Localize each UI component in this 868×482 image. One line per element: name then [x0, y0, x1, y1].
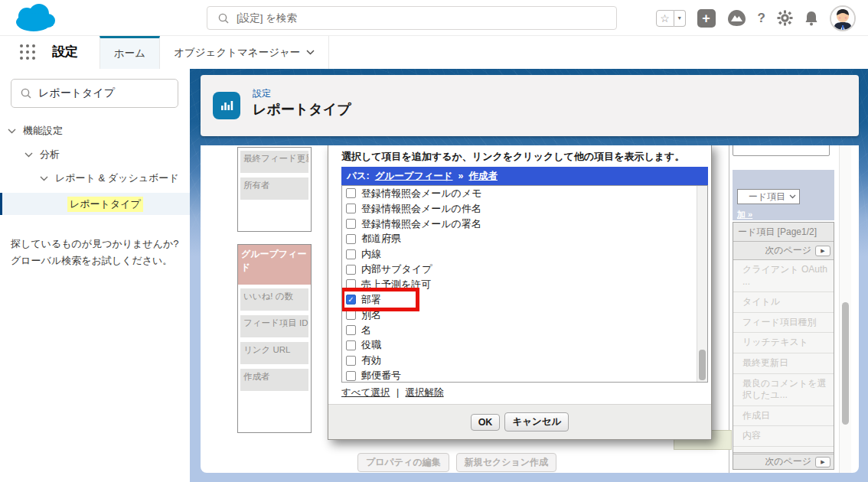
field-label: 有効 — [361, 353, 381, 367]
global-create-button[interactable]: + — [697, 9, 716, 28]
cancel-button[interactable]: キャンセル — [504, 412, 569, 432]
chevron-down-icon — [8, 129, 16, 134]
list-item: リッチテキスト — [733, 333, 834, 353]
sidebar-item-analytics[interactable]: 分析 — [24, 148, 60, 161]
checkbox-unchecked[interactable] — [346, 219, 356, 229]
setup-gear-icon[interactable] — [777, 10, 793, 26]
help-line-2: グローバル検索をお試しください。 — [11, 252, 179, 269]
field-checkbox-row: 売上予測を許可 — [342, 277, 707, 292]
list-item: 作成日 — [733, 406, 834, 427]
field-row[interactable]: 最終フィード更新 — [240, 151, 308, 173]
chevron-down-icon — [789, 194, 796, 199]
app-navbar: 設定 ホーム オブジェクトマネージャー — [0, 36, 868, 69]
page-scrollbar[interactable] — [839, 145, 851, 473]
list-item: 最良のコメントを選択したユ... — [733, 374, 834, 406]
field-label: 郵便番号 — [361, 369, 401, 383]
field-label: 内線 — [361, 247, 381, 261]
star-icon: ☆ — [660, 12, 670, 24]
field-row[interactable]: フィード項目 ID — [240, 315, 308, 337]
user-avatar[interactable] — [830, 5, 856, 31]
select-all-link[interactable]: すべて選択 — [341, 387, 390, 398]
field-row[interactable]: 所有者 — [240, 177, 308, 200]
salesforce-setup-app: [設定] を検索 ☆ ▼ + ? — [0, 0, 868, 482]
field-checkbox-row: 内部サブタイプ — [342, 262, 707, 277]
tree-label: レポート & ダッシュボード — [55, 171, 179, 185]
tab-home[interactable]: ホーム — [100, 36, 160, 69]
field-checkbox-row: 登録情報照会メールの署名 — [342, 217, 707, 232]
checkbox-unchecked[interactable] — [346, 371, 356, 381]
notifications-bell-icon[interactable] — [804, 11, 818, 26]
tab-object-manager[interactable]: オブジェクトマネージャー — [160, 36, 329, 69]
favorite-star-button[interactable]: ☆ — [656, 10, 674, 27]
deselect-all-link[interactable]: 選択解除 — [406, 387, 444, 398]
ok-button[interactable]: OK — [471, 414, 501, 431]
checkbox-unchecked[interactable] — [346, 188, 356, 198]
field-label: 登録情報照会メールのメモ — [361, 187, 482, 200]
global-search-input[interactable]: [設定] を検索 — [207, 6, 617, 30]
checkbox-unchecked[interactable] — [346, 310, 356, 320]
right-panel-quickfind-input[interactable] — [733, 145, 830, 156]
list-scrollbar[interactable] — [697, 186, 707, 382]
checkbox-unchecked[interactable] — [346, 204, 356, 213]
checkbox-checked[interactable]: ✓ — [346, 295, 356, 305]
field-row[interactable]: 作成者 — [240, 369, 308, 391]
next-page-button[interactable]: ▶ — [815, 246, 830, 256]
fields-list-panel: ード項目 [Page1/2] 次のページ ▶ クライアント OAuth ... … — [733, 222, 834, 470]
sidebar-item-report-types-selected[interactable]: レポートタイプ — [0, 193, 190, 215]
list-item: 最終更新日 — [733, 353, 834, 374]
caret-down-icon: ▼ — [677, 15, 682, 21]
view-select[interactable]: ード項目 — [737, 189, 800, 204]
page-scrollbar-thumb[interactable] — [842, 302, 849, 425]
cloud-logo-graphic — [14, 4, 55, 32]
checkbox-unchecked[interactable] — [346, 279, 356, 289]
dialog-instruction: 選択して項目を追加するか、リンクをクリックして他の項目を表示します。 — [341, 150, 684, 164]
field-checkbox-row: 郵便番号 — [342, 368, 707, 383]
path-label: パス: — [347, 170, 370, 183]
field-label: 部署 — [361, 293, 381, 307]
fields-list-pager: 次のページ ▶ — [733, 242, 834, 260]
quick-find-input[interactable]: レポートタイプ — [11, 79, 178, 108]
field-label: 内部サブタイプ — [361, 262, 432, 276]
tab-object-manager-label: オブジェクトマネージャー — [174, 46, 300, 60]
new-section-button[interactable]: 新規セクション作成 — [456, 453, 556, 472]
field-checkbox-row: 名 — [342, 323, 707, 338]
edit-properties-button[interactable]: プロパティの編集 — [357, 453, 449, 472]
path-link-group-feed[interactable]: グループフィード — [375, 170, 453, 183]
tree-label: 機能設定 — [23, 124, 63, 138]
checkbox-unchecked[interactable] — [346, 265, 356, 275]
field-label: 登録情報照会メールの署名 — [361, 217, 481, 231]
sidebar-item-reports-dashboards[interactable]: レポート & ダッシュボード — [40, 171, 179, 185]
quick-find-value: レポートタイプ — [38, 86, 115, 100]
trailhead-icon[interactable] — [727, 9, 746, 27]
checkbox-unchecked[interactable] — [346, 325, 356, 335]
sidebar-item-feature-settings[interactable]: 機能設定 — [8, 124, 63, 138]
checkbox-unchecked[interactable] — [346, 234, 356, 244]
field-checkbox-list: 登録情報照会メールのメモ登録情報照会メールの件名登録情報照会メールの署名都道府県… — [341, 185, 708, 383]
checkbox-unchecked[interactable] — [346, 356, 356, 366]
avatar-graphic — [831, 7, 854, 30]
path-link-created-by[interactable]: 作成者 — [468, 170, 498, 183]
field-row[interactable]: いいね! の数 — [240, 288, 308, 311]
right-panel-selector: ード項目 加 » — [733, 170, 834, 220]
checkbox-unchecked[interactable] — [346, 340, 356, 350]
field-label: 名 — [361, 324, 371, 337]
help-icon[interactable]: ? — [758, 11, 765, 26]
header-actions: ☆ ▼ + ? — [656, 0, 856, 36]
field-label: 売上予測を許可 — [361, 278, 431, 291]
report-type-icon — [213, 92, 240, 119]
next-page-label[interactable]: 次のページ — [765, 244, 811, 257]
breadcrumb[interactable]: 設定 — [253, 87, 271, 100]
page-title: レポートタイプ — [253, 100, 351, 119]
next-page-label[interactable]: 次のページ — [765, 455, 811, 468]
fields-list-footer-pager: 次のページ ▶ — [733, 452, 834, 469]
fields-list-header: ード項目 [Page1/2] — [733, 223, 834, 242]
favorites-dropdown-button[interactable]: ▼ — [674, 10, 686, 27]
field-checkbox-row: 都道府県 — [342, 232, 707, 247]
next-page-button[interactable]: ▶ — [815, 457, 830, 467]
app-launcher-icon[interactable] — [19, 44, 36, 60]
select-links: すべて選択 | 選択解除 — [341, 386, 444, 399]
checkbox-unchecked[interactable] — [346, 249, 356, 259]
list-scrollbar-thumb[interactable] — [699, 350, 706, 380]
field-row[interactable]: リンク URL — [240, 342, 308, 364]
add-fields-link[interactable]: 加 » — [737, 209, 752, 220]
